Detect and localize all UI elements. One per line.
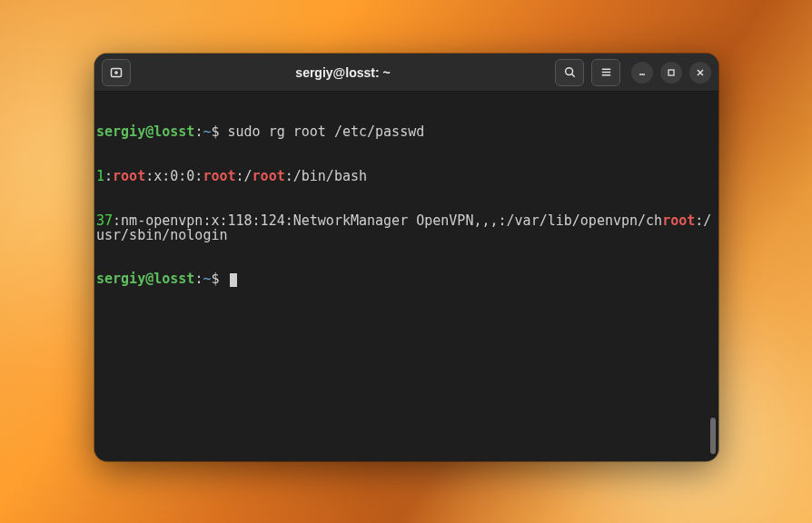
maximize-icon [667, 68, 676, 77]
search-button[interactable] [555, 59, 584, 86]
output-line: 37:nm-openvpn:x:118:124:NetworkManager O… [94, 213, 718, 242]
prompt-host: losst [153, 271, 194, 287]
window-title: sergiy@losst: ~ [131, 65, 555, 80]
titlebar-left [102, 59, 131, 86]
prompt-line: sergiy@losst:~$ [94, 271, 718, 287]
terminal-window: sergiy@losst: ~ [94, 54, 718, 461]
output-line: 1:root:x:0:0:root:/root:/bin/bash [94, 169, 718, 183]
match-text: root [203, 168, 235, 184]
prompt-at: @ [145, 271, 153, 287]
new-tab-icon [109, 65, 124, 80]
command-text: sudo rg root /etc/passwd [228, 123, 425, 140]
minimize-button[interactable] [631, 62, 653, 84]
window-controls [631, 62, 711, 84]
cursor [230, 273, 237, 287]
prompt-user: sergiy [96, 123, 145, 140]
minimize-icon [638, 68, 647, 77]
prompt-line: sergiy@losst:~$ sudo rg root /etc/passwd [94, 124, 718, 139]
svg-rect-2 [668, 70, 674, 75]
prompt-at: @ [145, 123, 153, 140]
hamburger-icon [599, 65, 613, 79]
line-number: 1 [96, 168, 104, 184]
maximize-button[interactable] [660, 62, 682, 84]
match-text: root [662, 212, 695, 229]
titlebar-actions [555, 59, 620, 86]
scrollbar-thumb[interactable] [710, 418, 716, 454]
svg-point-1 [565, 68, 572, 75]
close-icon [696, 68, 705, 77]
search-icon [563, 65, 577, 79]
prompt-dollar: $ [211, 271, 227, 287]
match-text: root [113, 168, 145, 184]
titlebar-right [555, 59, 711, 86]
new-tab-button[interactable] [102, 59, 131, 86]
titlebar: sergiy@losst: ~ [94, 54, 718, 92]
close-button[interactable] [689, 62, 711, 84]
prompt-user: sergiy [96, 271, 145, 287]
terminal-body[interactable]: sergiy@losst:~$ sudo rg root /etc/passwd… [94, 92, 718, 461]
prompt-dollar: $ [211, 123, 227, 140]
menu-button[interactable] [591, 59, 620, 86]
prompt-host: losst [153, 123, 194, 140]
match-text: root [253, 168, 285, 184]
